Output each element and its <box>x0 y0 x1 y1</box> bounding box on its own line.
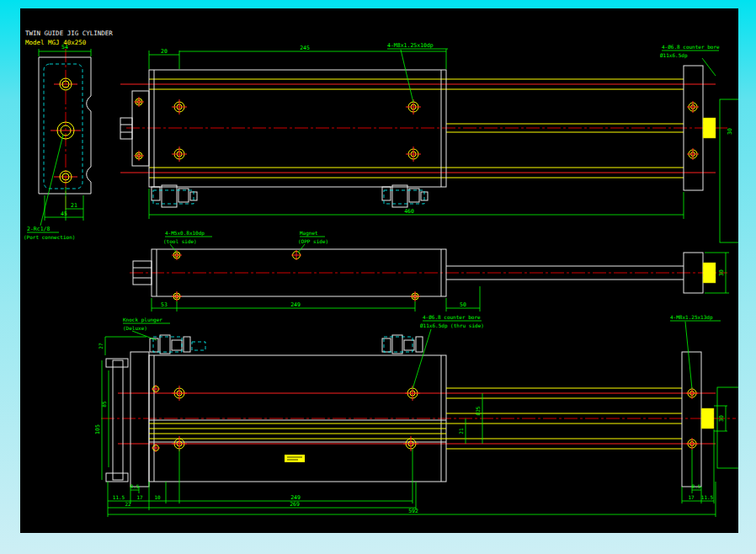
cbore-note-bottom-line1: 4-Ø6.8 counter bore <box>423 314 481 320</box>
magnet-note-line1: Magnet <box>300 230 318 237</box>
name-plate <box>285 455 305 462</box>
tap-note-side-line2: (tool side) <box>163 238 197 244</box>
side-view: 4-M5x0.8x10dp (tool side) Magnet (OPP si… <box>130 230 729 312</box>
dim-269: 269 <box>290 501 300 508</box>
dim-245: 245 <box>300 45 310 51</box>
section-detail-box-bottom <box>717 387 738 468</box>
dim-20: 20 <box>161 48 168 55</box>
dim-11-5-left: 11.5 <box>113 494 125 500</box>
cbore-note-top-line2: Ø11x6.5dp <box>660 52 688 59</box>
cad-drawing-canvas: TWIN GUIDE JIG CYLINDER Model MGJ 40x250… <box>20 8 738 533</box>
section-detail-box <box>720 99 738 242</box>
mounting-bracket <box>106 359 128 482</box>
bottom-dimension-chain: 8.5 11.5 17 10 249 22 269 592 8.5 17 11.… <box>108 429 716 517</box>
drawing-model: Model MGJ 40x250 <box>25 39 87 46</box>
end-view: 54 21 45 2-Rc1/8 (Port connection) <box>24 44 91 240</box>
dim-8-5-right: 8.5 <box>692 483 701 489</box>
dim-50: 50 <box>460 301 466 308</box>
dim-105: 105 <box>94 424 101 434</box>
dim-45: 45 <box>61 210 67 217</box>
dim-17-right: 17 <box>688 494 695 500</box>
bolt-holes-top-view <box>134 97 699 162</box>
dim-30-top: 30 <box>727 128 733 135</box>
dim-21: 21 <box>71 202 77 209</box>
dim-85: 85 <box>101 401 107 408</box>
tap-note-bottom: 4-M8x1.25x13dp <box>670 314 713 321</box>
dim-54: 54 <box>61 44 68 51</box>
dim-249: 249 <box>290 301 301 308</box>
knock-plunger-assembly-left <box>150 335 205 354</box>
drawing-title: TWIN GUIDE JIG CYLINDER <box>25 29 113 37</box>
dim-10: 10 <box>154 494 161 500</box>
knock-plunger-assembly-right <box>382 335 423 354</box>
knock-note-line1: Knock plunger <box>123 317 162 323</box>
port-note-line1: 2-Rc1/8 <box>27 226 50 232</box>
bottom-view: Knock plunger (Deluxe) 4-Ø6.8 counter bo… <box>94 314 738 517</box>
magnet-note-line2: (OPP side) <box>298 238 328 244</box>
dim-27: 27 <box>98 343 104 349</box>
dim-17-left: 17 <box>136 494 143 500</box>
dim-30-side: 30 <box>718 269 725 276</box>
knock-note-line2: (Deluxe) <box>123 325 147 331</box>
cbore-note-top-line1: 4-Ø6.8 counter bore <box>662 44 720 50</box>
cbore-note-bottom-line2: Ø11x6.5dp (thru side) <box>420 322 484 329</box>
tap-note-top: 4-M8x1.25x10dp <box>387 42 434 49</box>
port-note-line2: (Port connection) <box>24 234 75 240</box>
foot-bracket-left <box>152 185 197 207</box>
dim-592: 592 <box>408 508 418 514</box>
tap-note-side-line1: 4-M5x0.8x10dp <box>165 230 205 237</box>
dim-11-5-right: 11.5 <box>701 494 714 500</box>
dim-249-bottom: 249 <box>290 494 301 501</box>
dim-21: 21 <box>458 428 464 434</box>
dim-53: 53 <box>161 301 168 308</box>
dim-8-5-left: 8.5 <box>130 483 140 489</box>
foot-bracket-right <box>382 185 428 207</box>
dim-30-bottom: 30 <box>718 415 725 422</box>
dim-460: 460 <box>404 208 414 215</box>
title-block: TWIN GUIDE JIG CYLINDER Model MGJ 40x250 <box>25 29 113 46</box>
dim-22: 22 <box>125 501 131 507</box>
dim-dia-25: Ø25 <box>475 406 481 415</box>
cad-drawing: TWIN GUIDE JIG CYLINDER Model MGJ 40x250… <box>20 8 738 533</box>
top-view: 30 <box>120 42 738 242</box>
